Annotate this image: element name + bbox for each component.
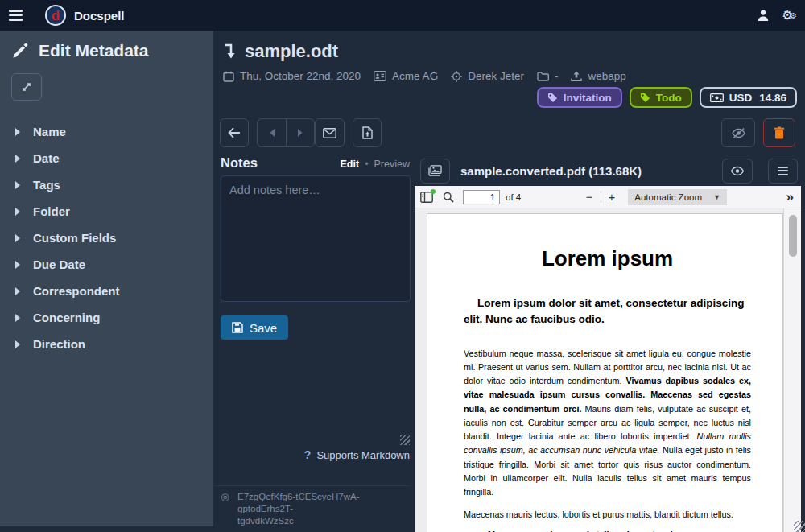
caret-right-icon [15,314,20,322]
sidebar-item-label: Tags [33,178,60,192]
item-concerning: Derek Jeter [451,70,524,82]
sidebar-item-label: Name [33,125,66,138]
sidebar-item-label: Correspondent [33,284,120,298]
sidebar-item-direction[interactable]: Direction [0,331,213,357]
tag-badge-invitation[interactable]: Invitation [537,87,622,108]
money-bill-icon [710,93,724,102]
brand[interactable]: d Docspell [45,5,125,26]
crosshairs-icon [451,71,462,82]
bars-icon [778,167,788,175]
pdf-zoom-out-button[interactable]: − [580,190,599,204]
attachment-filename: sample.converted.pdf (113.68K) [460,164,722,178]
tab-separator-dot: • [365,159,368,170]
question-circle-icon[interactable]: ? [304,448,312,461]
tag-icon [640,93,650,103]
eye-slash-icon [731,127,746,139]
user-icon[interactable] [757,9,770,22]
amount-badge[interactable]: USD 14.86 [700,87,797,108]
pdf-search-button[interactable] [443,192,454,203]
caret-right-icon [15,287,20,295]
sidebar-item-label: Date [33,151,60,165]
view-original-button[interactable] [722,159,753,184]
file-upload-icon [362,126,373,139]
caret-right-icon [15,261,20,269]
sidebar-item-folder[interactable]: Folder [0,198,213,225]
sidebar-item-label: Concerning [33,311,100,324]
add-files-button[interactable] [353,118,382,147]
toolbar-separator [601,191,601,203]
pdf-zoom-in-button[interactable]: + [603,190,621,204]
envelope-icon [323,128,336,138]
item-folder: - [537,70,559,82]
edit-metadata-sidebar: Edit Metadata NameDateTagsFolderCustom F… [0,31,213,526]
send-mail-button[interactable] [315,118,345,147]
unconfirm-button[interactable] [721,118,755,147]
attachment-menu-button[interactable] [768,159,798,184]
item-header: sample.odt Thu, October 22nd, 2020 Acme … [213,31,805,82]
metadata-menu: NameDateTagsFolderCustom FieldsDue DateC… [0,118,213,357]
pdf-tools-expand-button[interactable]: » [786,189,795,205]
pdf-page-number-input[interactable] [463,190,500,204]
attachment-header: sample.converted.pdf (113.68K) [415,155,801,186]
bullseye-icon: ◎ [220,491,230,504]
sidebar-item-name[interactable]: Name [0,118,213,145]
sidebar-notification-dot [431,189,436,194]
doc-bullet-item: Maecenas non lorem quis tellus placerat … [485,529,751,532]
notes-tab-preview[interactable]: Preview [374,159,410,170]
eye-icon [730,166,745,176]
doc-paragraph-1: Vestibulum neque massa, scelerisque sit … [464,347,751,500]
sidebar-item-date[interactable]: Date [0,145,213,171]
sidebar-item-custom-fields[interactable]: Custom Fields [0,225,213,251]
pdf-content-area[interactable]: Lorem ipsum Lorem ipsum dolor sit amet, … [415,208,801,532]
images-icon [428,165,442,176]
sidebar-item-correspondent[interactable]: Correspondent [0,278,213,304]
arrow-turn-down-icon [224,43,237,60]
address-card-icon [374,71,386,81]
item-meta-row: Thu, October 22nd, 2020 Acme AG Derek Je… [213,62,805,82]
item-id-line1: E7zgQefKfg6-tCEScyeH7wA-qptodErhs2T- [237,491,411,515]
sidebar-item-label: Direction [33,337,85,351]
sidebar-item-concerning[interactable]: Concerning [0,304,213,331]
expand-sidebar-button[interactable] [11,73,42,101]
sidebar-item-label: Due Date [33,258,85,271]
sidebar-item-due-date[interactable]: Due Date [0,251,213,278]
notes-textarea[interactable] [221,175,411,302]
doc-bullet-list: Maecenas non lorem quis tellus placerat … [464,529,751,532]
docspell-app: d Docspell ⚙⚙ Edit Metadata NameDateTags… [0,0,805,532]
tag-icon [547,93,558,103]
tag-label: Todo [656,92,682,104]
pdf-scrollbar-thumb[interactable] [789,215,797,257]
window-resize-handle[interactable] [794,521,805,532]
trash-icon [774,126,785,139]
hamburger-menu-icon[interactable] [0,0,32,31]
item-correspondent: Acme AG [374,70,438,82]
next-item-button[interactable] [286,118,315,147]
tag-badge-todo[interactable]: Todo [630,87,692,108]
settings-gears-icon[interactable]: ⚙⚙ [782,8,794,23]
item-title: sample.odt [245,41,338,62]
sidebar-item-label: Folder [33,204,70,218]
textarea-resize-handle[interactable] [400,435,410,445]
badge-row: InvitationTodo USD 14.86 [537,87,797,108]
sidebar-item-label: Custom Fields [33,231,116,245]
brand-name: Docspell [74,9,125,23]
notes-tab-edit[interactable]: Edit [341,159,360,170]
pencil-icon [11,42,29,60]
top-navbar: d Docspell ⚙⚙ [0,0,805,31]
upload-icon [571,71,582,82]
folder-icon [537,72,549,81]
sidebar-item-tags[interactable]: Tags [0,171,213,198]
attachments-list-button[interactable] [420,159,450,184]
prev-item-button[interactable] [257,118,286,147]
caret-right-icon [15,155,20,163]
caret-right-icon [15,208,20,216]
item-toolbar [213,118,805,147]
pdf-zoom-select[interactable]: Automatic Zoom ▼ [628,189,727,205]
back-button[interactable] [220,118,249,147]
save-notes-button[interactable]: Save [221,315,288,340]
pdf-scrollbar-track[interactable] [783,208,801,532]
floppy-disk-icon [232,322,243,333]
delete-item-button[interactable] [763,118,795,147]
pdf-sidebar-toggle-button[interactable] [420,192,433,203]
doc-subtitle: Lorem ipsum dolor sit amet, consectetur … [464,295,751,328]
